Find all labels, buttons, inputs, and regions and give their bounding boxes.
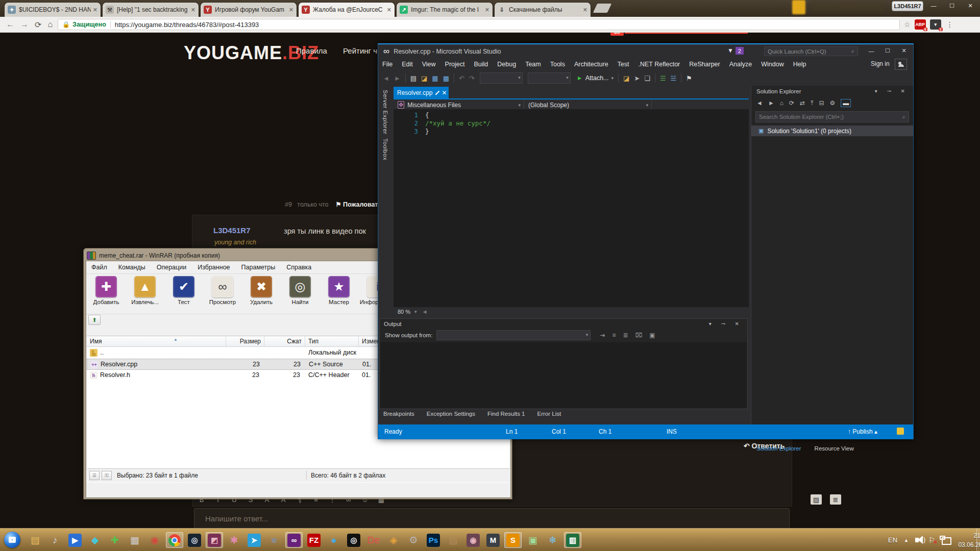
denuvo-icon[interactable]: De: [365, 532, 382, 548]
copy-code-icon[interactable]: ❏: [644, 74, 650, 82]
tool-tab-breakpoints[interactable]: Breakpoints: [383, 411, 414, 417]
visual-studio-icon[interactable]: ∞: [285, 532, 303, 548]
app-dark-icon[interactable]: ■: [265, 532, 283, 548]
report-link[interactable]: ⚑ Пожаловать: [335, 201, 382, 208]
volume-icon[interactable]: [915, 538, 919, 542]
add-button[interactable]: ✚Добавить: [90, 276, 122, 305]
back-icon[interactable]: ←: [6, 20, 14, 29]
tray-expand-icon[interactable]: ▲: [904, 538, 909, 543]
solution-explorer-search-input[interactable]: Search Solution Explorer (Ctrl+;) ⌕: [755, 111, 909, 122]
winrar-menu-команды[interactable]: Команды: [118, 264, 145, 271]
wizard-button[interactable]: ★Мастер: [323, 276, 355, 305]
menu-architecture[interactable]: Architecture: [574, 61, 608, 68]
project-dropdown[interactable]: ✥ Miscellaneous Files ▾: [394, 99, 524, 110]
box-icon[interactable]: ◈: [385, 532, 402, 548]
output-tool-icon[interactable]: ≡: [612, 332, 616, 339]
window-close-button[interactable]: ✕: [962, 1, 978, 10]
menu--net-reflector[interactable]: .NET Reflector: [639, 61, 680, 68]
column-header-1[interactable]: Имя: [87, 336, 226, 347]
menu-analyze[interactable]: Analyze: [729, 61, 752, 68]
zoom-level-dropdown[interactable]: 80 %: [398, 309, 410, 315]
bookmark-star-icon[interactable]: ☆: [904, 20, 911, 29]
portrait-icon[interactable]: ◉: [464, 532, 482, 548]
tab-close-icon[interactable]: ✕: [583, 7, 587, 13]
output-tool-icon[interactable]: ⇥: [600, 332, 605, 339]
reload-icon[interactable]: ⟳: [35, 20, 41, 30]
post-number[interactable]: #9: [285, 201, 292, 208]
menu-help[interactable]: Help: [793, 61, 806, 68]
scope-dropdown[interactable]: (Global Scope) ▾: [524, 99, 652, 110]
app-rose-icon[interactable]: ✱: [226, 532, 243, 548]
column-header-3[interactable]: Сжат: [264, 336, 305, 347]
uncomment-lines-icon[interactable]: ☱: [671, 74, 677, 82]
winrar-menu-справка[interactable]: Справка: [286, 264, 311, 271]
pin-icon[interactable]: [435, 90, 439, 94]
sign-in-link[interactable]: Sign in: [871, 60, 890, 67]
test-button[interactable]: ✔Тест: [168, 276, 200, 305]
undo-icon[interactable]: ↶: [459, 74, 464, 82]
browser-tab[interactable]: YЖалоба на @EnJourceC✕: [298, 2, 395, 17]
window-minimize-button[interactable]: —: [925, 1, 942, 10]
toolbox-tab[interactable]: Toolbox: [382, 138, 388, 160]
browser-tab[interactable]: ↗Imgur: The magic of the I✕: [396, 2, 493, 17]
debug-target-dropdown[interactable]: [480, 72, 523, 84]
platform-dropdown[interactable]: [528, 72, 571, 84]
code-editor[interactable]: 1{2/*хуй а не сурс*/3}: [394, 109, 762, 307]
column-header-4[interactable]: Тип: [305, 336, 359, 347]
sphere-icon[interactable]: ●: [325, 532, 342, 548]
se-boxed-icon[interactable]: ▬: [841, 99, 851, 107]
vs-close-button[interactable]: ✕: [897, 46, 911, 56]
se-tool-icon[interactable]: ⤒: [811, 99, 813, 107]
chrome-icon[interactable]: [166, 532, 183, 548]
notifications-funnel-icon[interactable]: ▼: [727, 47, 733, 54]
open-file-icon[interactable]: ◪: [421, 74, 427, 82]
hscroll-left-icon[interactable]: ◀: [423, 309, 427, 314]
process-icon[interactable]: ◪: [623, 74, 629, 82]
sublime-icon[interactable]: S: [504, 532, 522, 548]
se-tool-icon[interactable]: ⊟: [819, 99, 824, 107]
output-header[interactable]: Output ▾ ⊸ ✕: [380, 319, 747, 329]
action-center-flag-icon[interactable]: ⚐✕: [928, 536, 935, 545]
audio-icon[interactable]: ◎: [345, 532, 362, 548]
new-file-icon[interactable]: ▤: [410, 74, 416, 82]
mail-icon[interactable]: M: [484, 532, 502, 548]
nav-forward-icon[interactable]: ►: [394, 74, 401, 82]
photoshop-icon[interactable]: Ps: [425, 532, 442, 548]
url-box[interactable]: 🔒 Защищено https://yougame.biz/threads/4…: [58, 19, 900, 30]
sheets-icon[interactable]: ▥: [564, 532, 581, 548]
winrar-menu-избранное[interactable]: Избранное: [198, 264, 230, 271]
reply-textarea[interactable]: [194, 508, 790, 528]
notification-count-badge[interactable]: 2: [736, 47, 744, 55]
browser-tab[interactable]: ✦$UICIDEBOY$ - 2ND HAN✕: [4, 2, 101, 17]
output-tool-icon[interactable]: ≣: [623, 332, 628, 339]
editor-mode-icon[interactable]: ▨: [811, 494, 822, 505]
menu-team[interactable]: Team: [525, 61, 541, 68]
document-tab[interactable]: Resolver.cpp ✕: [394, 87, 449, 98]
menu-file[interactable]: File: [382, 61, 393, 68]
network-icon[interactable]: [942, 537, 951, 545]
tab-close-icon[interactable]: ✕: [442, 89, 447, 96]
editor-mode-icon[interactable]: ≣: [830, 494, 841, 505]
attach-button[interactable]: ►Attach...▾: [577, 74, 614, 82]
filezilla-icon[interactable]: FZ: [305, 532, 323, 548]
se-tool-icon[interactable]: ⚙: [830, 99, 836, 107]
winrar-menu-операции[interactable]: Операции: [157, 264, 186, 271]
tab-close-icon[interactable]: ✕: [289, 7, 293, 13]
extract-button[interactable]: ▲Извлечь...: [129, 276, 161, 305]
nav-rules-link[interactable]: Правила: [296, 46, 327, 55]
menu-project[interactable]: Project: [445, 61, 465, 68]
start-button[interactable]: [4, 532, 20, 548]
se-tool-icon[interactable]: ►: [768, 99, 774, 107]
bookmark-icon[interactable]: ⚑: [686, 74, 692, 82]
se-tool-icon[interactable]: ◄: [756, 99, 763, 107]
se-tool-icon[interactable]: ⇄: [800, 99, 805, 107]
tool-tab-exception-settings[interactable]: Exception Settings: [427, 411, 475, 417]
photos-icon[interactable]: ◩: [206, 532, 223, 548]
wmp-icon[interactable]: ▶: [66, 532, 84, 548]
snowflake-icon[interactable]: ❄: [544, 532, 561, 548]
forward-icon[interactable]: →: [20, 20, 29, 29]
output-content[interactable]: [380, 342, 747, 408]
game-icon[interactable]: ◉: [146, 532, 163, 548]
publish-button[interactable]: ↑ Publish ▴: [848, 428, 877, 435]
solution-explorer-header-icons[interactable]: ▾ ⊸ ✕: [875, 88, 909, 94]
